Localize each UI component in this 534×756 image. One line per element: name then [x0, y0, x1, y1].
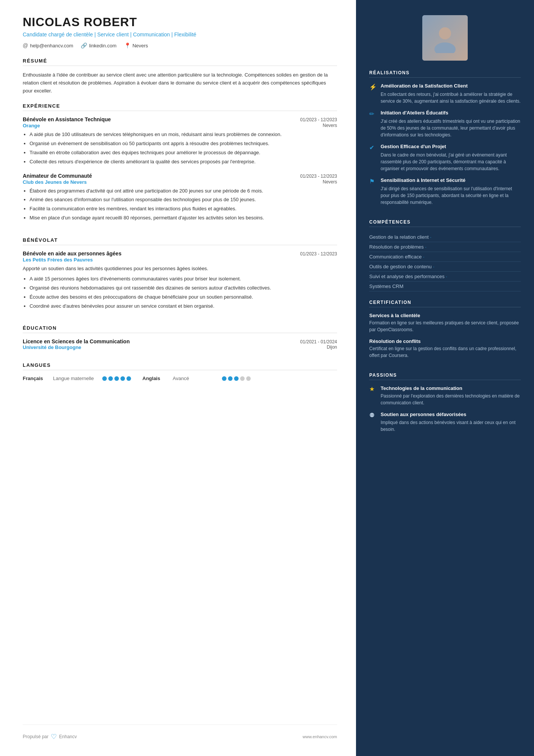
exp-dates-1: 01/2023 - 12/2023: [300, 117, 337, 122]
exp-title-2: Animateur de Communauté: [23, 173, 92, 179]
passion-1: ★ Technologies de la communication Passi…: [369, 385, 521, 407]
footer-website: www.enhancv.com: [303, 734, 337, 739]
edu-location: Dijon: [327, 344, 337, 350]
edu-sub: Université de Bourgogne Dijon: [23, 344, 337, 350]
footer-brand: Propulsé par ♡ Enhancv: [23, 733, 77, 741]
edu-header: Licence en Sciences de la Communication …: [23, 338, 337, 344]
brand-name: Enhancv: [59, 734, 77, 739]
resume-text: Enthousiaste à l'idée de contribuer au s…: [23, 71, 337, 95]
location-contact: 📍 Nevers: [124, 42, 148, 49]
passion-title-1: Technologies de la communication: [381, 385, 521, 392]
edu-entry: Licence en Sciences de la Communication …: [23, 338, 337, 350]
svg-point-0: [439, 27, 451, 39]
contact-info: @ help@enhancv.com 🔗 linkedin.com 📍 Neve…: [23, 42, 337, 49]
exp-location-1: Nevers: [323, 123, 337, 128]
passion-text-1: Passionné par l'exploration des dernière…: [381, 393, 521, 406]
realisations-section-title: RÉALISATIONS: [369, 70, 521, 78]
dot: [228, 376, 233, 381]
realisation-title-2: Initiation d'Ateliers Éducatifs: [381, 110, 521, 116]
exp-title-1: Bénévole en Assistance Technique: [23, 116, 111, 122]
cert-title-2: Résolution de conflits: [369, 338, 521, 344]
candidate-photo: [422, 15, 468, 61]
dot: [234, 376, 239, 381]
bullet: Animé des séances d'information sur l'ut…: [30, 196, 337, 204]
exp-header-2: Animateur de Communauté 01/2023 - 12/202…: [23, 173, 337, 179]
certification-section-title: CERTIFICATION: [369, 300, 521, 307]
resume-section: RÉSUMÉ Enthousiaste à l'idée de contribu…: [23, 58, 337, 95]
experience-section: EXPÉRIENCE Bénévole en Assistance Techni…: [23, 103, 337, 229]
flag-icon: ⚑: [369, 178, 377, 206]
lang-level-en: Avancé: [173, 376, 218, 381]
experience-section-title: EXPÉRIENCE: [23, 103, 337, 111]
location-icon: 📍: [124, 42, 131, 49]
benevolat-section-title: BÉNÉVOLAT: [23, 237, 337, 245]
cert-title-1: Services à la clientèle: [369, 313, 521, 318]
dot-empty: [246, 376, 251, 381]
cert-text-1: Formation en ligne sur les meilleures pr…: [369, 319, 521, 333]
dot: [120, 376, 125, 381]
passions-section: PASSIONS ★ Technologies de la communicat…: [369, 373, 521, 438]
realisation-text-2: J'ai créé des ateliers éducatifs trimest…: [381, 118, 521, 138]
header: NICOLAS ROBERT Candidate chargé de clien…: [23, 15, 337, 49]
benevolat-dates: 01/2023 - 12/2023: [300, 251, 337, 257]
dot: [102, 376, 107, 381]
competence-3: Communication efficace: [369, 252, 521, 262]
languages-row: Français Langue maternelle Anglais Avanc…: [23, 376, 337, 381]
competence-6: Systèmes CRM: [369, 282, 521, 291]
dot: [114, 376, 119, 381]
realisation-1: ⚡ Amélioration de la Satisfaction Client…: [369, 83, 521, 105]
competence-1: Gestion de la relation client: [369, 232, 521, 242]
dot: [126, 376, 131, 381]
propulse-label: Propulsé par: [23, 734, 48, 739]
benevolat-title: Bénévole en aide aux personnes âgées: [23, 250, 122, 257]
bullet: Organisé un événement de sensibilisation…: [30, 140, 337, 148]
enhancv-logo-icon: ♡: [51, 733, 57, 741]
realisation-title-1: Amélioration de la Satisfaction Client: [381, 83, 521, 89]
cert-text-2: Certificat en ligne sur la gestion des c…: [369, 345, 521, 359]
realisation-text-3: Dans le cadre de mon bénévolat, j'ai gér…: [381, 152, 521, 172]
exp-header-1: Bénévole en Assistance Technique 01/2023…: [23, 116, 337, 122]
exp-company-1: Orange: [23, 123, 40, 128]
bullet: A aidé 15 personnes âgées lors d'événeme…: [30, 275, 337, 283]
dot: [222, 376, 226, 381]
candidate-name: NICOLAS ROBERT: [23, 15, 337, 29]
exp-location-2: Nevers: [323, 179, 337, 185]
lang-name-fr: Français: [23, 376, 49, 381]
realisation-4: ⚑ Sensibilisation à Internet et Sécurité…: [369, 177, 521, 206]
photo-placeholder: [422, 15, 468, 61]
linkedin-contact: 🔗 linkedin.com: [81, 42, 116, 49]
bullet: Coordiné avec d'autres bénévoles pour as…: [30, 302, 337, 310]
benevolat-header: Bénévole en aide aux personnes âgées 01/…: [23, 250, 337, 257]
lang-dots-en: [222, 376, 251, 381]
competence-4: Outils de gestion de contenu: [369, 262, 521, 272]
benevolat-sub: Les Petits Frères des Pauvres: [23, 257, 337, 263]
edu-school: Université de Bourgogne: [23, 344, 81, 350]
edu-title: Licence en Sciences de la Communication: [23, 338, 130, 344]
languages-section: LANGUES Français Langue maternelle: [23, 362, 337, 381]
competence-5: Suivi et analyse des performances: [369, 272, 521, 282]
svg-point-1: [434, 42, 456, 53]
benevolat-section: BÉNÉVOLAT Bénévole en aide aux personnes…: [23, 237, 337, 317]
benevolat-bullets: A aidé 15 personnes âgées lors d'événeme…: [23, 275, 337, 310]
exp-company-2: Club des Jeunes de Nevers: [23, 179, 87, 185]
pencil-icon: ✏: [369, 110, 377, 138]
realisation-text-4: J'ai dirigé des séances de sensibilisati…: [381, 185, 521, 206]
language-french: Français Langue maternelle: [23, 376, 131, 381]
realisation-2: ✏ Initiation d'Ateliers Éducatifs J'ai c…: [369, 110, 521, 138]
bullet: A aidé plus de 100 utilisateurs de servi…: [30, 131, 337, 139]
benevolat-intro: Apporté un soutien dans les activités qu…: [23, 265, 337, 272]
certification-section: CERTIFICATION Services à la clientèle Fo…: [369, 300, 521, 364]
realisation-title-4: Sensibilisation à Internet et Sécurité: [381, 177, 521, 184]
bullet: Élaboré des programmes d'activité qui on…: [30, 187, 337, 195]
star-icon: ★: [369, 385, 377, 407]
experience-entry-1: Bénévole en Assistance Technique 01/2023…: [23, 116, 337, 166]
candidate-subtitle: Candidate chargé de clientèle | Service …: [23, 31, 337, 39]
checkmark-icon: ✔: [369, 144, 377, 172]
bullet: Mise en place d'un sondage ayant recueil…: [30, 214, 337, 222]
experience-entry-2: Animateur de Communauté 01/2023 - 12/202…: [23, 173, 337, 222]
cert-1: Services à la clientèle Formation en lig…: [369, 313, 521, 333]
exp-sub-1: Orange Nevers: [23, 123, 337, 128]
dot-empty: [240, 376, 245, 381]
exp-sub-2: Club des Jeunes de Nevers Nevers: [23, 179, 337, 185]
passion-2: ⚉ Soutien aux personnes défavorisées Imp…: [369, 412, 521, 433]
